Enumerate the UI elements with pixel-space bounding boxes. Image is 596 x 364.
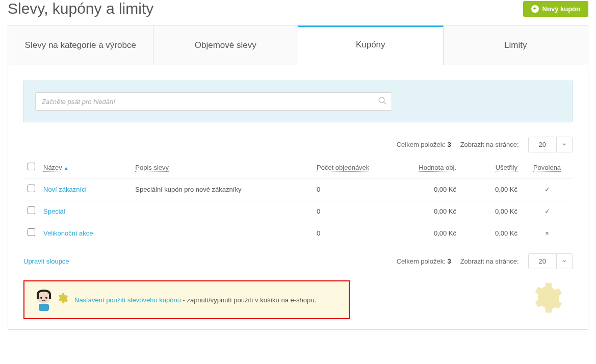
hint-settings-link[interactable]: Nastavení použití slevového kupónu — [74, 296, 181, 304]
svg-point-3 — [40, 297, 42, 299]
gear-icon — [56, 292, 68, 307]
edit-columns-link[interactable]: Upravit sloupce — [23, 257, 69, 265]
page-size-label: Zobrazit na stránce: — [460, 141, 519, 148]
coupon-desc: Speciální kupón pro nové zákazníky — [131, 178, 313, 200]
tabs: Slevy na kategorie a výrobce Objemové sl… — [8, 25, 588, 65]
svg-rect-5 — [39, 304, 49, 311]
chevron-down-icon — [557, 253, 573, 269]
page-size-label: Zobrazit na stránce: — [460, 257, 519, 265]
coupon-name-link[interactable]: Speciál — [43, 207, 65, 215]
svg-line-1 — [383, 102, 386, 105]
enabled-cell: ✓ — [522, 178, 573, 200]
svg-point-4 — [45, 297, 47, 299]
page-size-select[interactable]: 20 — [528, 137, 573, 152]
coupons-table: Název▲ Popis slevy Počet objednávek Hodn… — [23, 157, 573, 244]
saved-value: 0,00 Kč — [460, 222, 522, 244]
table-row: Velikonoční akce 0 0,00 Kč 0,00 Kč × — [23, 222, 573, 244]
svg-point-0 — [379, 97, 384, 103]
coupon-name-link[interactable]: Noví zákazníci — [43, 186, 87, 193]
orders-count: 0 — [313, 200, 389, 222]
search-icon[interactable] — [378, 96, 387, 107]
coupon-desc — [131, 222, 313, 244]
new-coupon-button[interactable]: + Nový kupón — [523, 1, 588, 17]
col-desc[interactable]: Popis slevy — [131, 157, 313, 178]
plus-icon: + — [531, 5, 539, 13]
obj-value: 0,00 Kč — [389, 178, 460, 200]
total-items-label: Celkem položek: 3 — [397, 257, 451, 265]
saved-value: 0,00 Kč — [460, 178, 522, 200]
table-row: Speciál 0 0,00 Kč 0,00 Kč ✓ — [23, 200, 573, 222]
row-checkbox[interactable] — [28, 185, 35, 192]
coupon-name-link[interactable]: Velikonoční akce — [43, 229, 93, 237]
tab-coupons[interactable]: Kupóny — [298, 25, 444, 65]
col-name[interactable]: Název▲ — [39, 157, 131, 178]
chevron-down-icon — [557, 137, 573, 152]
svg-point-2 — [38, 292, 50, 304]
col-obj-value[interactable]: Hodnota obj. — [389, 157, 460, 178]
sort-asc-icon: ▲ — [64, 165, 69, 171]
page-size-select[interactable]: 20 — [528, 253, 573, 269]
saved-value: 0,00 Kč — [460, 200, 522, 222]
search-input[interactable] — [35, 92, 392, 111]
col-saved[interactable]: Ušetřily — [460, 157, 522, 178]
enabled-cell: × — [522, 222, 573, 244]
hint-text: - zapnutí/vypnutí použití v košíku na e-… — [181, 296, 316, 304]
orders-count: 0 — [313, 222, 389, 244]
row-checkbox[interactable] — [28, 228, 35, 236]
tab-category-discounts[interactable]: Slevy na kategorie a výrobce — [8, 25, 153, 65]
tab-volume-discounts[interactable]: Objemové slevy — [153, 25, 299, 65]
orders-count: 0 — [313, 178, 389, 200]
col-enabled[interactable]: Povolena — [522, 157, 573, 178]
page-title: Slevy, kupóny a limity — [8, 0, 153, 17]
row-checkbox[interactable] — [28, 206, 35, 214]
table-row: Noví zákazníci Speciální kupón pro nové … — [23, 178, 573, 200]
gear-icon — [528, 280, 563, 317]
tab-limits[interactable]: Limity — [444, 25, 589, 65]
enabled-cell: ✓ — [522, 200, 573, 222]
coupon-desc — [131, 200, 313, 222]
assistant-avatar-icon — [33, 289, 55, 311]
total-items-label: Celkem položek: 3 — [397, 141, 451, 148]
select-all-checkbox[interactable] — [28, 163, 35, 170]
col-orders[interactable]: Počet objednávek — [313, 157, 389, 178]
obj-value: 0,00 Kč — [389, 222, 460, 244]
search-bar — [23, 81, 573, 122]
hint-box: Nastavení použití slevového kupónu - zap… — [23, 280, 350, 319]
obj-value: 0,00 Kč — [389, 200, 460, 222]
